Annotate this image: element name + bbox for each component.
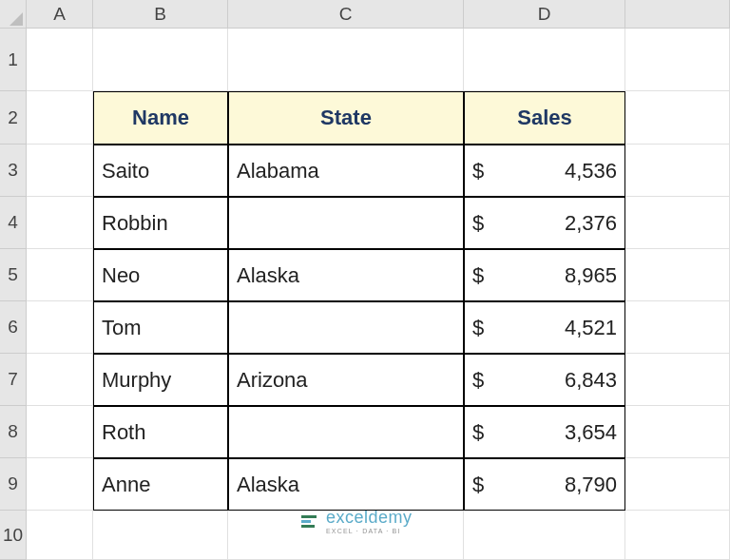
cell-state-5[interactable] <box>228 406 464 458</box>
cell-A10[interactable] <box>27 511 93 560</box>
col-header-spare[interactable] <box>625 0 730 28</box>
watermark-subtitle: EXCEL · DATA · BI <box>326 528 413 534</box>
col-header-D[interactable]: D <box>464 0 625 28</box>
cell-sales-1[interactable]: $ 2,376 <box>464 197 625 249</box>
cell-sales-5[interactable]: $ 3,654 <box>464 406 625 458</box>
cell-E2[interactable] <box>625 91 730 145</box>
cell-sales-2[interactable]: $ 8,965 <box>464 249 625 301</box>
currency-symbol: $ <box>472 211 484 236</box>
cell-sales-4[interactable]: $ 6,843 <box>464 354 625 406</box>
col-header-B[interactable]: B <box>93 0 228 28</box>
sales-value: 6,843 <box>565 368 617 393</box>
row-header-3[interactable]: 3 <box>0 145 26 197</box>
cell-D1[interactable] <box>464 29 625 91</box>
cell-name-5[interactable]: Roth <box>93 406 228 458</box>
svg-rect-0 <box>301 515 317 518</box>
header-sales[interactable]: Sales <box>464 91 625 145</box>
currency-symbol: $ <box>472 159 484 183</box>
svg-rect-1 <box>301 520 311 523</box>
svg-rect-2 <box>301 525 315 528</box>
row-header-6[interactable]: 6 <box>0 301 26 354</box>
cell-C1[interactable] <box>228 29 464 91</box>
cell-state-6[interactable]: Alaska <box>228 458 464 511</box>
cell-E7[interactable] <box>625 354 730 406</box>
cell-A3[interactable] <box>27 145 93 197</box>
currency-symbol: $ <box>472 420 484 445</box>
sales-value: 3,654 <box>565 420 617 445</box>
exceldemy-watermark: exceldemy EXCEL · DATA · BI <box>299 509 413 534</box>
cell-E10[interactable] <box>625 511 730 560</box>
cell-state-4[interactable]: Arizona <box>228 354 464 406</box>
header-name[interactable]: Name <box>93 91 228 145</box>
cell-B10[interactable] <box>93 511 228 560</box>
cell-E4[interactable] <box>625 197 730 249</box>
cell-A4[interactable] <box>27 197 93 249</box>
cell-E6[interactable] <box>625 301 730 354</box>
column-headers: A B C D <box>27 0 730 29</box>
cell-state-3[interactable] <box>228 301 464 354</box>
cell-state-1[interactable] <box>228 197 464 249</box>
currency-symbol: $ <box>472 263 484 288</box>
currency-symbol: $ <box>472 473 484 497</box>
cell-name-4[interactable]: Murphy <box>93 354 228 406</box>
col-header-A[interactable]: A <box>27 0 93 28</box>
cell-B1[interactable] <box>93 29 228 91</box>
cell-A8[interactable] <box>27 406 93 458</box>
cell-sales-0[interactable]: $ 4,536 <box>464 145 625 197</box>
row-header-1[interactable]: 1 <box>0 29 26 91</box>
cell-D10[interactable] <box>464 511 625 560</box>
cell-E5[interactable] <box>625 249 730 301</box>
currency-symbol: $ <box>472 316 484 340</box>
watermark-title: exceldemy <box>326 509 413 526</box>
cell-name-6[interactable]: Anne <box>93 458 228 511</box>
row-header-9[interactable]: 9 <box>0 458 26 511</box>
cell-name-0[interactable]: Saito <box>93 145 228 197</box>
cell-A1[interactable] <box>27 29 93 91</box>
currency-symbol: $ <box>472 368 484 393</box>
cell-A6[interactable] <box>27 301 93 354</box>
cell-name-3[interactable]: Tom <box>93 301 228 354</box>
sales-value: 4,536 <box>565 159 617 183</box>
row-header-8[interactable]: 8 <box>0 406 26 458</box>
spreadsheet-grid: Name State Sales Saito Alabama $ 4,536 R… <box>27 29 730 560</box>
cell-sales-3[interactable]: $ 4,521 <box>464 301 625 354</box>
cell-state-2[interactable]: Alaska <box>228 249 464 301</box>
sales-value: 8,965 <box>565 263 617 288</box>
cell-A9[interactable] <box>27 458 93 511</box>
cell-state-0[interactable]: Alabama <box>228 145 464 197</box>
cell-A5[interactable] <box>27 249 93 301</box>
row-header-2[interactable]: 2 <box>0 91 26 145</box>
row-header-5[interactable]: 5 <box>0 249 26 301</box>
header-state[interactable]: State <box>228 91 464 145</box>
cell-E8[interactable] <box>625 406 730 458</box>
cell-E3[interactable] <box>625 145 730 197</box>
row-headers: 1 2 3 4 5 6 7 8 9 10 <box>0 29 27 560</box>
cell-sales-6[interactable]: $ 8,790 <box>464 458 625 511</box>
sales-value: 8,790 <box>565 473 617 497</box>
cell-E1[interactable] <box>625 29 730 91</box>
col-header-C[interactable]: C <box>228 0 464 28</box>
cell-name-1[interactable]: Robbin <box>93 197 228 249</box>
cell-E9[interactable] <box>625 458 730 511</box>
sales-value: 4,521 <box>565 316 617 340</box>
cell-A7[interactable] <box>27 354 93 406</box>
row-header-4[interactable]: 4 <box>0 197 26 249</box>
cell-name-2[interactable]: Neo <box>93 249 228 301</box>
exceldemy-text: exceldemy EXCEL · DATA · BI <box>326 509 413 534</box>
sales-value: 2,376 <box>565 211 617 236</box>
row-header-7[interactable]: 7 <box>0 354 26 406</box>
row-header-10[interactable]: 10 <box>0 511 26 560</box>
cell-A2[interactable] <box>27 91 93 145</box>
exceldemy-logo-icon <box>299 512 318 531</box>
select-all-corner[interactable] <box>0 0 27 29</box>
